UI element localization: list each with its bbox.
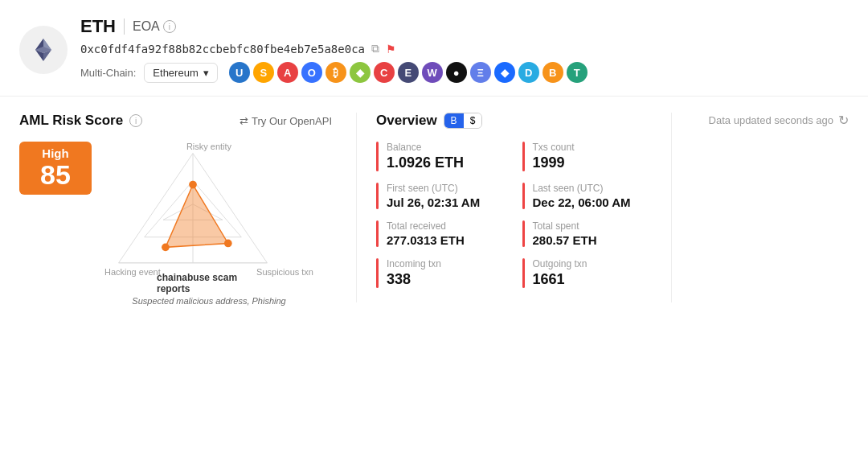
stat-label-balance: Balance [387, 142, 464, 153]
header-info: ETH EOA i 0xc0fdf4fa92f88b82ccbebfc80fbe… [80, 16, 849, 83]
aml-section: AML Risk Score i ⇄ Try Our OpenAPI High … [19, 113, 357, 302]
risk-label: High [32, 146, 79, 160]
flag-icon[interactable]: ⚑ [386, 43, 396, 56]
multichain-row: Multi-Chain: Ethereum ▾ U S A O ₿ ◆ C E … [80, 62, 849, 83]
stat-label-outgoing: Outgoing txn [533, 258, 588, 270]
stat-last-seen: Last seen (UTC) Dec 22, 06:00 AM [522, 183, 653, 209]
currency-btc-btn[interactable]: B [444, 113, 464, 128]
aml-title: AML Risk Score [19, 113, 123, 129]
aml-header: AML Risk Score i ⇄ Try Our OpenAPI [19, 113, 332, 129]
stat-balance: Balance 1.0926 ETH [376, 142, 506, 171]
risk-score-box: High 85 [19, 142, 92, 195]
radar-label-hacking: Hacking event [104, 267, 161, 277]
eoa-info-icon[interactable]: i [163, 20, 176, 33]
title-divider [124, 19, 125, 35]
chain-select[interactable]: Ethereum ▾ [144, 63, 217, 83]
copy-icon[interactable]: ⧉ [371, 42, 379, 56]
eth-logo [19, 26, 68, 74]
stat-label-spent: Total spent [533, 220, 597, 232]
stat-first-seen: First seen (UTC) Jul 26, 02:31 AM [376, 183, 506, 209]
chain-icon-matic[interactable]: ◆ [350, 62, 371, 83]
svg-marker-12 [166, 185, 228, 248]
aml-info-icon[interactable]: i [129, 114, 142, 127]
radar-label-suspected: Suspected malicious address, Phishing [132, 296, 285, 306]
data-section: Data updated seconds ago ↻ [672, 113, 849, 302]
chain-icon-avax[interactable]: A [277, 62, 298, 83]
eoa-label: EOA i [133, 19, 176, 34]
stat-label-last: Last seen (UTC) [533, 183, 631, 194]
eth-symbol: ETH [80, 16, 116, 37]
stat-value-spent: 280.57 ETH [533, 233, 597, 247]
currency-toggle[interactable]: B $ [444, 113, 483, 129]
openapi-link[interactable]: ⇄ Try Our OpenAPI [240, 115, 332, 127]
data-updated: Data updated seconds ago ↻ [691, 113, 849, 128]
overview-title: Overview [376, 113, 437, 129]
stat-bar-spent [522, 220, 525, 247]
stat-outgoing: Outgoing txn 1661 [522, 258, 653, 288]
stat-label-txs: Txs count [533, 142, 575, 153]
stat-bar-received [376, 220, 379, 247]
stat-label-received: Total received [387, 220, 465, 232]
currency-usd-btn[interactable]: $ [464, 113, 482, 128]
stat-label-incoming: Incoming txn [387, 258, 441, 270]
stat-value-outgoing: 1661 [533, 271, 588, 288]
chain-icon-shib[interactable]: S [253, 62, 274, 83]
chain-icon-dark[interactable]: ● [446, 62, 467, 83]
radar-label-suspicious: Suspicious txn [256, 267, 313, 277]
chain-icon-poly[interactable]: ◆ [494, 62, 515, 83]
chain-icon-eth2[interactable]: E [398, 62, 419, 83]
stat-txs-count: Txs count 1999 [522, 142, 653, 171]
overview-grid: Balance 1.0926 ETH Txs count 1999 [376, 142, 652, 288]
data-updated-text: Data updated seconds ago [709, 114, 833, 126]
chain-icon-cro[interactable]: C [374, 62, 395, 83]
stat-bar-balance [376, 142, 379, 171]
chain-icon-origin[interactable]: O [301, 62, 322, 83]
header: ETH EOA i 0xc0fdf4fa92f88b82ccbebfc80fbe… [0, 0, 868, 97]
address-row: 0xc0fdf4fa92f88b82ccbebfc80fbe4eb7e5a8e0… [80, 42, 849, 56]
chain-icons: U S A O ₿ ◆ C E W ● Ξ ◆ D B T [229, 62, 588, 83]
radar-container: Risky entity Hacking event Suspicious tx… [104, 142, 313, 302]
radar-label-top: Risky entity [186, 142, 231, 151]
stat-value-balance: 1.0926 ETH [387, 154, 464, 171]
stat-value-last: Dec 22, 06:00 AM [533, 195, 631, 209]
svg-point-15 [162, 243, 170, 251]
stat-bar-incoming [376, 258, 379, 288]
stat-label-first: First seen (UTC) [387, 183, 480, 194]
stat-bar-last [522, 183, 525, 209]
stat-bar-outgoing [522, 258, 525, 288]
stat-incoming: Incoming txn 338 [376, 258, 506, 288]
radar-chart [104, 142, 281, 286]
main-content: AML Risk Score i ⇄ Try Our OpenAPI High … [0, 97, 868, 319]
svg-point-14 [224, 240, 232, 248]
chain-icon-eth3[interactable]: Ξ [470, 62, 491, 83]
stat-value-txs: 1999 [533, 154, 575, 171]
multichain-label: Multi-Chain: [80, 67, 136, 79]
chain-icon-weth[interactable]: W [422, 62, 443, 83]
stat-value-incoming: 338 [387, 271, 441, 288]
overview-header: Overview B $ [376, 113, 652, 129]
chain-icon-btc[interactable]: ₿ [326, 62, 346, 83]
refresh-icon[interactable]: ↻ [838, 113, 849, 128]
stat-value-first: Jul 26, 02:31 AM [387, 195, 480, 209]
address-text: 0xc0fdf4fa92f88b82ccbebfc80fbe4eb7e5a8e0… [80, 43, 365, 56]
header-title: ETH EOA i [80, 16, 849, 37]
chain-icon-drop[interactable]: D [518, 62, 539, 83]
stat-bar-first [376, 183, 379, 209]
stat-total-received: Total received 277.0313 ETH [376, 220, 506, 247]
stat-total-spent: Total spent 280.57 ETH [522, 220, 653, 247]
chain-icon-btc2[interactable]: B [542, 62, 563, 83]
radar-label-chainabuse: chainabuse scam reports [157, 272, 261, 294]
chain-icon-usdt[interactable]: T [567, 62, 588, 83]
stat-value-received: 277.0313 ETH [387, 233, 465, 247]
chain-icon-usdc[interactable]: U [229, 62, 250, 83]
risk-number: 85 [32, 160, 79, 190]
overview-section: Overview B $ Balance 1.0926 ETH [357, 113, 672, 302]
stat-bar-txs [522, 142, 525, 171]
svg-point-13 [189, 181, 197, 189]
aml-body: High 85 [19, 142, 332, 302]
